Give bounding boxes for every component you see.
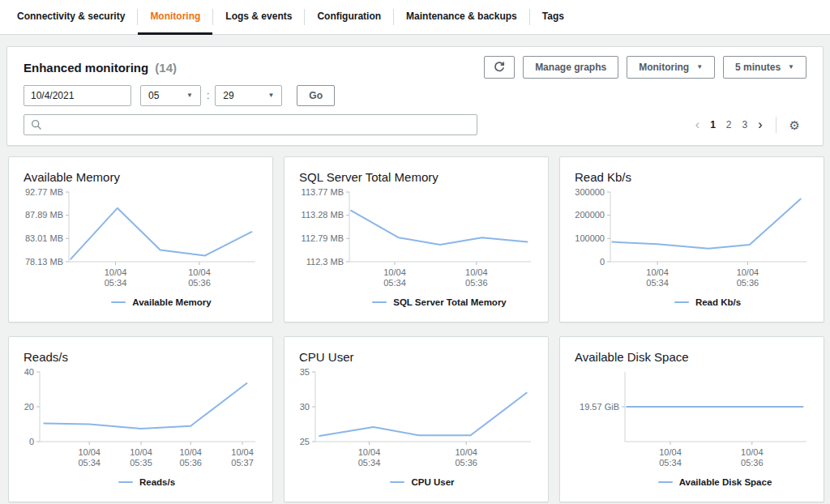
charts-grid: Available Memory92.77 MB87.89 MB83.01 MB… — [8, 156, 824, 502]
legend-label: Available Memory — [132, 297, 211, 307]
tab-logs-events[interactable]: Logs & events — [213, 0, 304, 35]
chart-card-available-disk-space: Available Disk Space19.57 GiB10/0405:341… — [559, 336, 824, 502]
chart-title: SQL Server Total Memory — [299, 170, 535, 184]
manage-graphs-button[interactable]: Manage graphs — [523, 56, 618, 79]
go-button[interactable]: Go — [297, 85, 335, 106]
time-separator: : — [207, 90, 209, 101]
svg-text:10/04: 10/04 — [455, 447, 477, 457]
svg-text:10/04: 10/04 — [188, 267, 211, 277]
legend-label: CPU User — [411, 477, 454, 487]
legend-line-swatch — [658, 481, 673, 483]
chart-title: CPU User — [299, 350, 535, 364]
page-3-button[interactable]: 3 — [742, 119, 748, 130]
tab-monitoring[interactable]: Monitoring — [138, 0, 212, 35]
search-icon — [31, 119, 42, 130]
svg-text:112.3 MB: 112.3 MB — [306, 257, 344, 267]
chart-legend: CPU User — [297, 477, 535, 487]
pager-divider — [776, 117, 777, 133]
legend-line-swatch — [372, 301, 387, 303]
svg-text:87.89 MB: 87.89 MB — [25, 210, 63, 220]
chart-legend: SQL Server Total Memory — [297, 297, 535, 307]
minute-select[interactable]: 29 ▼ — [215, 85, 282, 106]
svg-text:0: 0 — [29, 437, 34, 446]
legend-line-swatch — [118, 481, 133, 483]
tab-maintenance-backups[interactable]: Maintenance & backups — [394, 0, 529, 35]
hour-select-value: 05 — [148, 90, 159, 101]
pagination: ‹ 123 › ⚙ — [695, 117, 800, 133]
search-box[interactable] — [24, 114, 477, 135]
svg-text:113.77 MB: 113.77 MB — [302, 187, 344, 197]
svg-text:78.13 MB: 78.13 MB — [25, 257, 63, 267]
svg-text:05:37: 05:37 — [231, 458, 254, 468]
svg-text:10/04: 10/04 — [179, 447, 202, 457]
page-1-button[interactable]: 1 — [710, 119, 716, 130]
hour-select[interactable]: 05 ▼ — [140, 85, 201, 106]
svg-text:10/04: 10/04 — [358, 447, 381, 457]
chart-plot: 92.77 MB87.89 MB83.01 MB78.13 MB10/0405:… — [22, 187, 261, 293]
svg-text:10/04: 10/04 — [659, 447, 682, 457]
legend-label: SQL Server Total Memory — [393, 297, 507, 307]
svg-text:05:36: 05:36 — [188, 278, 211, 288]
svg-text:35: 35 — [300, 367, 310, 377]
svg-text:20: 20 — [24, 402, 34, 412]
svg-text:10/04: 10/04 — [105, 267, 127, 277]
tab-bar: Connectivity & securityMonitoringLogs & … — [0, 0, 830, 35]
chart-plot: 19.57 GiB10/0405:3410/0405:36 — [573, 367, 812, 472]
page-2-button[interactable]: 2 — [726, 119, 732, 130]
chart-plot: 113.77 MB113.28 MB112.79 MB112.3 MB10/04… — [297, 187, 537, 293]
chart-legend: Reads/s — [22, 477, 259, 487]
svg-text:30: 30 — [300, 402, 310, 412]
date-input[interactable] — [24, 85, 131, 106]
legend-line-swatch — [390, 481, 404, 483]
chart-title: Available Memory — [24, 170, 259, 184]
minute-select-value: 29 — [223, 90, 233, 101]
chevron-down-icon: ▼ — [696, 64, 703, 70]
refresh-button[interactable] — [484, 56, 515, 79]
svg-text:05:36: 05:36 — [737, 278, 759, 288]
tab-configuration[interactable]: Configuration — [305, 0, 393, 35]
chart-card-sql-server-total-memory: SQL Server Total Memory113.77 MB113.28 M… — [284, 156, 549, 322]
legend-label: Read Kb/s — [695, 297, 741, 307]
interval-dropdown[interactable]: 5 minutes ▼ — [723, 56, 806, 79]
chart-title: Reads/s — [24, 350, 259, 364]
next-page-button[interactable]: › — [758, 118, 762, 131]
svg-text:05:36: 05:36 — [465, 278, 488, 288]
svg-text:10/04: 10/04 — [78, 447, 101, 457]
refresh-icon — [493, 61, 506, 74]
chart-plot: 35302510/0405:3410/0405:36 — [297, 367, 537, 472]
svg-text:300000: 300000 — [575, 187, 605, 197]
svg-text:112.79 MB: 112.79 MB — [302, 233, 344, 243]
chart-card-reads-s: Reads/s4020010/0405:3410/0405:3510/0405:… — [8, 336, 273, 502]
legend-label: Available Disk Space — [679, 477, 772, 487]
svg-text:10/04: 10/04 — [383, 267, 406, 277]
legend-label: Reads/s — [139, 477, 175, 487]
gear-icon[interactable]: ⚙ — [789, 119, 800, 131]
chart-legend: Available Memory — [22, 297, 259, 307]
chevron-down-icon: ▼ — [788, 64, 794, 70]
search-input[interactable] — [47, 118, 470, 131]
tab-tags[interactable]: Tags — [530, 0, 576, 35]
legend-line-swatch — [674, 301, 689, 303]
svg-text:25: 25 — [300, 437, 310, 446]
page-list: 123 — [710, 119, 747, 130]
filter-row: ‹ 123 › ⚙ — [24, 114, 806, 135]
svg-text:19.57 GiB: 19.57 GiB — [580, 402, 619, 412]
svg-text:10/04: 10/04 — [231, 447, 254, 457]
panel-title-text: Enhanced monitoring — [24, 61, 148, 75]
chart-title: Read Kb/s — [575, 170, 811, 184]
prev-page-button[interactable]: ‹ — [695, 118, 700, 131]
svg-text:10/04: 10/04 — [741, 447, 764, 457]
svg-text:0: 0 — [600, 257, 605, 267]
chart-plot: 4020010/0405:3410/0405:3510/0405:3610/04… — [22, 367, 261, 472]
panel-count: (14) — [155, 61, 177, 75]
svg-text:05:36: 05:36 — [455, 458, 477, 468]
svg-text:05:35: 05:35 — [130, 458, 152, 468]
svg-text:10/04: 10/04 — [130, 447, 152, 457]
svg-text:100000: 100000 — [575, 233, 605, 243]
chart-card-cpu-user: CPU User35302510/0405:3410/0405:36CPU Us… — [284, 336, 549, 502]
svg-text:05:34: 05:34 — [383, 278, 406, 288]
svg-text:05:36: 05:36 — [741, 458, 764, 468]
monitoring-dropdown[interactable]: Monitoring ▼ — [627, 56, 715, 79]
panel-actions: Manage graphs Monitoring ▼ 5 minutes ▼ — [484, 56, 806, 79]
tab-connectivity-security[interactable]: Connectivity & security — [5, 0, 137, 35]
